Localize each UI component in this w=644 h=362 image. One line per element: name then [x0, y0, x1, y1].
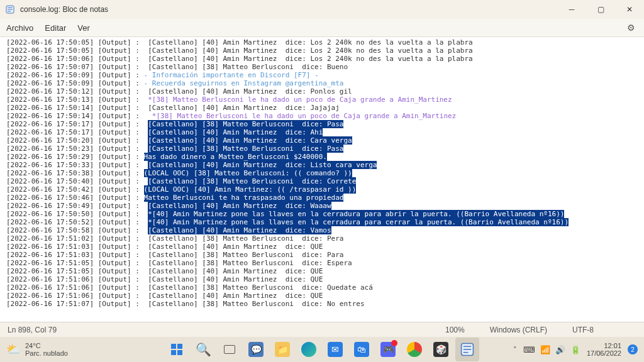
log-line[interactable]: [2022-06-16 17:50:14] [Output] : *[38] M… — [6, 112, 638, 120]
start-button[interactable] — [165, 337, 189, 361]
notepad-window: console.log: Bloc de notas ─ ▢ ✕ Archivo… — [0, 0, 644, 337]
chat-button[interactable]: 💬 — [244, 337, 268, 361]
titlebar[interactable]: console.log: Bloc de notas ─ ▢ ✕ — [0, 0, 644, 19]
log-line[interactable]: [2022-06-16 17:50:58] [Output] : [Castel… — [6, 226, 638, 234]
notification-badge[interactable]: 2 — [628, 344, 638, 354]
log-line[interactable]: [2022-06-16 17:50:23] [Output] : [Castel… — [6, 145, 638, 153]
edge-button[interactable] — [297, 337, 321, 361]
minimize-button[interactable]: ─ — [557, 0, 586, 19]
log-line[interactable]: [2022-06-16 17:50:42] [Output] : (LOCAL … — [6, 185, 638, 194]
close-button[interactable]: ✕ — [615, 0, 644, 19]
discord-button[interactable]: 🎮 — [376, 337, 400, 361]
task-view-button[interactable] — [218, 337, 242, 361]
explorer-button[interactable]: 📁 — [270, 337, 294, 361]
chrome-button[interactable] — [402, 337, 426, 361]
weather-widget[interactable]: ⛅ 24°C Parc. nublado — [0, 342, 68, 357]
maximize-button[interactable]: ▢ — [586, 0, 615, 19]
log-line[interactable]: [2022-06-16 17:51:03] [Output] : [Castel… — [6, 251, 638, 259]
log-line[interactable]: [2022-06-16 17:50:14] [Output] : [Castel… — [6, 104, 638, 112]
log-line[interactable]: [2022-06-16 17:50:20] [Output] : [Castel… — [6, 136, 638, 145]
menu-view[interactable]: Ver — [77, 23, 90, 33]
log-line[interactable]: [2022-06-16 17:51:05] [Output] : [Castel… — [6, 267, 638, 275]
language-icon[interactable]: ⌨ — [523, 345, 535, 354]
log-line[interactable]: [2022-06-16 17:50:13] [Output] : *[38] M… — [6, 96, 638, 104]
weather-desc: Parc. nublado — [25, 349, 68, 357]
search-button[interactable]: 🔍 — [191, 337, 215, 361]
taskbar-center: 🔍 💬 📁 ✉ 🛍 🎮 🎲 — [165, 337, 479, 361]
status-encoding: UTF-8 — [572, 326, 594, 334]
menubar: Archivo Editar Ver ⚙ — [0, 19, 644, 36]
log-line[interactable]: [2022-06-16 17:51:02] [Output] : [Castel… — [6, 234, 638, 243]
log-line[interactable]: [2022-06-16 17:50:49] [Output] : [Castel… — [6, 202, 638, 210]
clock-date: 17/06/2022 — [587, 349, 621, 357]
log-line[interactable]: [2022-06-16 17:50:17] [Output] : [Castel… — [6, 120, 638, 128]
log-line[interactable]: [2022-06-16 17:51:03] [Output] : [Castel… — [6, 243, 638, 251]
log-line[interactable]: [2022-06-16 17:50:38] [Output] : (LOCAL … — [6, 169, 638, 177]
taskbar: ⛅ 24°C Parc. nublado 🔍 💬 📁 ✉ 🛍 🎮 🎲 ˄ ⌨ 📶… — [0, 337, 644, 362]
notepad-taskbar-button[interactable] — [455, 337, 479, 361]
battery-icon[interactable]: 🔋 — [570, 345, 580, 354]
status-caret-position: Ln 898, Col 79 — [0, 326, 57, 334]
log-line[interactable]: [2022-06-16 17:50:07] [Output] : [Castel… — [6, 63, 638, 71]
clock[interactable]: 12:01 17/06/2022 — [587, 342, 621, 357]
log-line[interactable]: [2022-06-16 17:51:05] [Output] : [Castel… — [6, 259, 638, 267]
log-line[interactable]: [2022-06-16 17:50:29] [Output] : Has dad… — [6, 153, 638, 161]
volume-icon[interactable]: 🔊 — [555, 345, 565, 354]
log-line[interactable]: [2022-06-16 17:50:52] [Output] : *[40] A… — [6, 218, 638, 226]
weather-icon: ⛅ — [6, 343, 20, 356]
log-line[interactable]: [2022-06-16 17:50:12] [Output] : [Castel… — [6, 87, 638, 96]
log-line[interactable]: [2022-06-16 17:51:06] [Output] : [Castel… — [6, 275, 638, 283]
log-line[interactable]: [2022-06-16 17:50:17] [Output] : [Castel… — [6, 128, 638, 136]
log-line[interactable]: [2022-06-16 17:50:06] [Output] : [Castel… — [6, 55, 638, 63]
menu-edit[interactable]: Editar — [45, 23, 66, 33]
taskbar-right: ˄ ⌨ 📶 🔊 🔋 12:01 17/06/2022 2 — [513, 342, 644, 357]
log-line[interactable]: [2022-06-16 17:50:05] [Output] : [Castel… — [6, 38, 638, 47]
notepad-icon — [5, 4, 15, 14]
log-line[interactable]: [2022-06-16 17:50:05] [Output] : [Castel… — [6, 47, 638, 55]
status-zoom: 100% — [445, 326, 465, 334]
log-line[interactable]: [2022-06-16 17:50:09] [Output] : - Recue… — [6, 79, 638, 87]
statusbar: Ln 898, Col 79 100% Windows (CRLF) UTF-8 — [0, 322, 644, 337]
chevron-up-icon[interactable]: ˄ — [513, 346, 517, 354]
log-line[interactable]: [2022-06-16 17:50:33] [Output] : [Castel… — [6, 161, 638, 169]
status-eol: Windows (CRLF) — [490, 326, 547, 334]
wifi-icon[interactable]: 📶 — [540, 345, 550, 354]
log-line[interactable]: [2022-06-16 17:51:06] [Output] : [Castel… — [6, 283, 638, 292]
log-line[interactable]: [2022-06-16 17:50:40] [Output] : [Castel… — [6, 177, 638, 185]
log-line[interactable]: [2022-06-16 17:51:07] [Output] : [Castel… — [6, 300, 638, 308]
log-line[interactable]: [2022-06-16 17:50:50] [Output] : *[40] A… — [6, 210, 638, 218]
log-line[interactable]: [2022-06-16 17:50:46] [Output] : Matteo … — [6, 194, 638, 202]
weather-temp: 24°C — [25, 342, 68, 349]
mta-button[interactable]: 🎲 — [429, 337, 453, 361]
window-controls: ─ ▢ ✕ — [557, 0, 644, 19]
clock-time: 12:01 — [604, 342, 621, 349]
text-area[interactable]: [2022-06-16 17:50:05] [Output] : [Castel… — [0, 36, 644, 322]
log-line[interactable]: [2022-06-16 17:51:06] [Output] : [Castel… — [6, 292, 638, 300]
window-title: console.log: Bloc de notas — [20, 5, 108, 14]
store-button[interactable]: 🛍 — [350, 337, 374, 361]
mail-button[interactable]: ✉ — [323, 337, 347, 361]
log-line[interactable]: [2022-06-16 17:50:09] [Output] : - Infor… — [6, 71, 638, 79]
gear-icon[interactable]: ⚙ — [627, 23, 635, 33]
menu-file[interactable]: Archivo — [6, 23, 33, 33]
